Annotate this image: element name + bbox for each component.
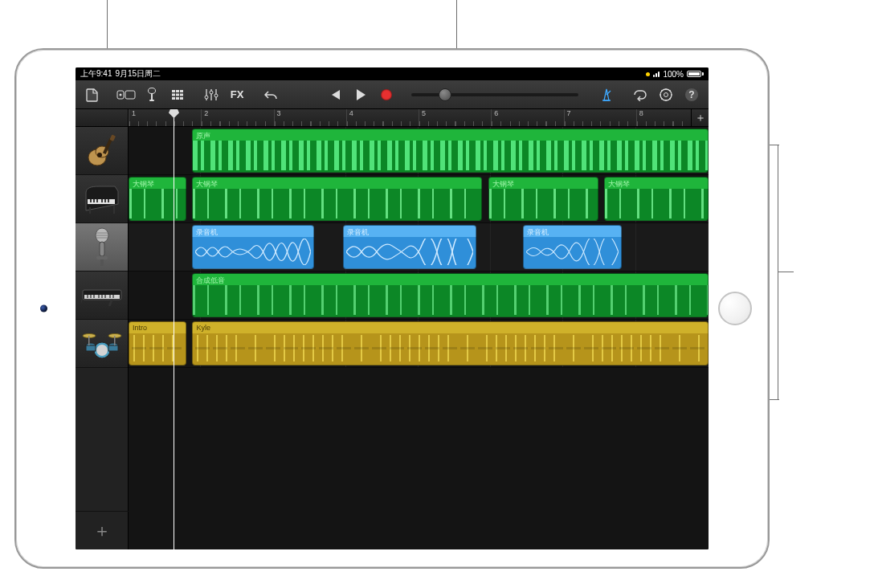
status-date: 9月15日周二 [115,68,161,80]
callout-line [770,145,779,145]
drummer-region[interactable]: Intro [129,321,186,365]
home-button[interactable] [718,292,752,325]
timeline-ruler[interactable]: 1 2 3 4 5 6 7 8 ＋ [129,109,709,127]
my-songs-button[interactable] [80,84,104,106]
midi-region[interactable]: 大钢琴 [488,177,598,221]
ipad-frame: 上午9:41 9月15日周二 100% [14,48,770,569]
callout-line [778,272,794,272]
guitar-icon [84,133,120,169]
track-lane[interactable]: Intro Kyle [129,320,709,368]
svg-point-19 [664,92,668,96]
ruler-bar[interactable]: 4 [346,109,419,126]
audio-region[interactable]: 录音机 [523,225,622,269]
keyboard-icon [81,284,123,308]
region-label: 大钢琴 [196,180,218,188]
midi-region[interactable]: 大钢琴 [129,177,186,221]
svg-rect-47 [114,336,116,345]
ruler-bar[interactable]: 7 [564,109,636,126]
track-lane[interactable]: 合成低音 [129,272,709,320]
mixer-button[interactable] [199,84,223,106]
piano-icon [83,183,121,215]
region-label: Intro [133,324,147,332]
svg-rect-5 [149,100,154,101]
region-label: 大钢琴 [492,180,514,188]
track-lane[interactable]: 原声 [129,127,709,175]
svg-point-39 [96,345,108,356]
browser-button[interactable] [114,84,138,106]
master-volume-slider[interactable] [411,93,578,96]
region-label: 录音机 [527,228,549,236]
app-screen: 上午9:41 9月15日周二 100% [76,67,709,549]
callout-line [770,399,779,400]
status-time: 上午9:41 [80,68,112,80]
svg-rect-10 [176,93,179,96]
track-header-guitar[interactable] [76,127,128,175]
instrument-button[interactable] [140,84,164,106]
svg-rect-41 [86,345,96,351]
svg-rect-43 [108,345,118,351]
svg-rect-28 [89,207,91,214]
toolbar: FX [76,80,709,109]
track-header-keyboard[interactable] [76,272,128,320]
track-header-microphone[interactable] [76,223,128,272]
slider-thumb[interactable] [439,88,451,101]
callout-line [778,145,778,400]
ruler-bar[interactable]: 3 [274,109,346,126]
loop-browser-button[interactable] [628,84,652,106]
help-button[interactable]: ? [680,84,704,106]
svg-point-15 [205,96,208,99]
add-track-button[interactable]: ＋ [76,511,129,549]
svg-point-2 [120,93,122,96]
svg-rect-33 [100,259,104,266]
go-to-start-button[interactable] [323,84,347,106]
midi-region[interactable]: 原声 [192,129,709,173]
midi-region[interactable]: 大钢琴 [192,177,482,221]
drums-icon [81,328,123,360]
svg-rect-45 [88,336,90,345]
audio-region[interactable]: 录音机 [343,225,476,269]
svg-rect-7 [176,90,179,92]
tracks-view-button[interactable] [165,84,190,106]
region-label: 大钢琴 [608,180,630,188]
microphone-icon [88,227,116,267]
ruler-bar[interactable]: 5 [419,109,491,126]
audio-region[interactable]: 录音机 [192,225,314,269]
svg-rect-13 [176,97,179,100]
region-label: Kyle [196,324,210,332]
ruler-bar[interactable]: 6 [491,109,563,126]
midi-region[interactable]: 合成低音 [192,273,709,317]
track-lane[interactable]: 大钢琴 大钢琴 大钢琴 大钢琴 [129,175,709,223]
svg-rect-12 [172,97,175,100]
undo-button[interactable] [259,84,283,106]
svg-point-17 [214,94,218,97]
midi-region[interactable]: 大钢琴 [604,177,709,221]
track-header-piano[interactable] [76,175,128,223]
track-lane[interactable]: 录音机 录音机 录音机 [129,223,709,272]
fx-button[interactable]: FX [225,84,249,106]
track-header-drums[interactable] [76,320,128,368]
play-button[interactable] [349,84,373,106]
drummer-region[interactable]: Kyle [192,321,709,365]
ruler-bar[interactable]: 2 [201,109,273,126]
ruler-bar[interactable]: 1 [129,109,201,126]
svg-rect-6 [172,90,175,92]
region-label: 原声 [196,132,210,140]
metronome-button[interactable] [594,84,619,106]
region-label: 录音机 [347,228,369,236]
region-label: 大钢琴 [133,180,154,188]
status-bar: 上午9:41 9月15日周二 100% [76,67,709,80]
svg-point-24 [97,153,102,157]
hotspot-icon [646,72,650,76]
svg-rect-27 [88,199,115,204]
svg-rect-37 [108,300,112,306]
svg-point-3 [149,88,156,93]
svg-rect-31 [100,242,104,256]
settings-button[interactable] [654,84,678,106]
track-lanes[interactable]: 原声 大钢琴 大钢琴 大钢琴 [129,127,709,549]
front-camera [40,305,47,312]
add-section-button[interactable]: ＋ [691,109,709,126]
transport-controls [323,84,398,106]
record-button[interactable] [374,84,398,106]
region-label: 录音机 [196,228,218,236]
svg-rect-14 [180,97,183,100]
